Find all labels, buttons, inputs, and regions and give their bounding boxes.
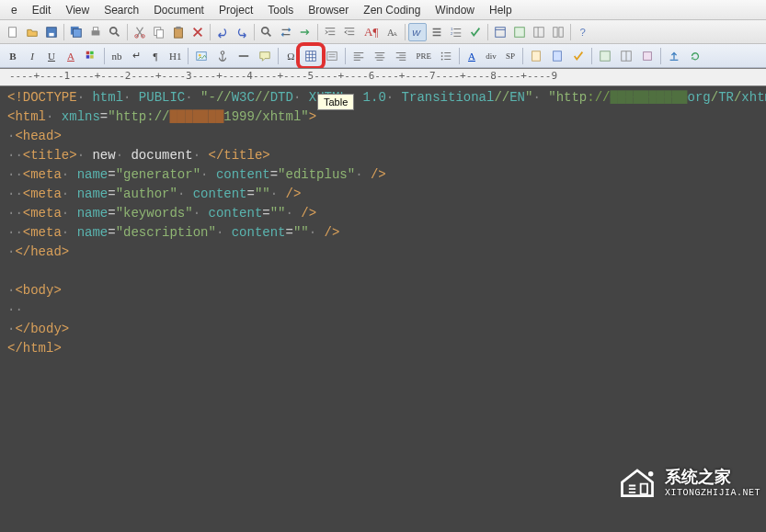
panel-icon[interactable] bbox=[530, 23, 548, 41]
anchor-icon[interactable] bbox=[212, 47, 233, 65]
css-icon[interactable] bbox=[547, 47, 567, 65]
span-button[interactable]: SP bbox=[501, 47, 520, 65]
table-button[interactable] bbox=[301, 47, 321, 65]
goto-icon[interactable] bbox=[296, 23, 314, 41]
watermark-logo-icon bbox=[586, 441, 657, 526]
svg-text:W: W bbox=[412, 27, 421, 37]
menu-project[interactable]: Project bbox=[212, 2, 260, 18]
div-button[interactable]: div bbox=[482, 47, 500, 65]
help-icon[interactable]: ? bbox=[574, 23, 592, 41]
font-color-button[interactable]: A bbox=[62, 47, 80, 65]
svg-point-46 bbox=[441, 55, 443, 57]
window-icon[interactable] bbox=[491, 23, 509, 41]
menu-help[interactable]: Help bbox=[482, 2, 520, 18]
font-size-icon[interactable]: A¶ bbox=[360, 23, 383, 41]
hr-icon[interactable] bbox=[234, 47, 254, 65]
indent-icon[interactable] bbox=[321, 23, 339, 41]
menu-view[interactable]: View bbox=[58, 2, 97, 18]
toolbar-separator bbox=[570, 24, 571, 40]
script-icon[interactable] bbox=[526, 47, 546, 65]
find-icon[interactable] bbox=[257, 23, 276, 41]
bold-button[interactable]: B bbox=[4, 47, 22, 65]
code-token: = bbox=[100, 109, 108, 124]
underline-button[interactable]: U bbox=[42, 47, 61, 65]
pre-button[interactable]: PRE bbox=[412, 47, 435, 65]
code-token: 1.0 bbox=[355, 90, 386, 105]
svg-point-7 bbox=[110, 27, 117, 33]
wordwrap-icon[interactable]: W bbox=[408, 23, 427, 41]
menu-search[interactable]: Search bbox=[97, 2, 146, 18]
undo-icon[interactable] bbox=[213, 23, 232, 41]
menu-file[interactable]: e bbox=[4, 2, 25, 18]
watermark-url: XITONGZHIJIA.NET bbox=[665, 488, 760, 498]
list-html-icon[interactable] bbox=[436, 47, 456, 65]
redo-icon[interactable] bbox=[233, 23, 251, 41]
menu-window[interactable]: Window bbox=[428, 2, 482, 18]
list-icon[interactable] bbox=[428, 23, 446, 41]
saveall-icon[interactable] bbox=[67, 23, 86, 41]
code-token: = bbox=[108, 206, 115, 221]
code-token: <meta bbox=[23, 167, 62, 182]
new-icon[interactable] bbox=[4, 23, 22, 41]
code-token: / bbox=[711, 90, 718, 105]
cut-icon[interactable] bbox=[131, 23, 149, 41]
paste-icon[interactable] bbox=[169, 23, 188, 41]
copy-icon[interactable] bbox=[150, 23, 168, 41]
svg-point-45 bbox=[441, 51, 443, 53]
char-icon[interactable]: Ω bbox=[281, 47, 300, 65]
check-icon[interactable] bbox=[466, 23, 485, 41]
align-right-icon[interactable] bbox=[391, 47, 411, 65]
menu-browser[interactable]: Browser bbox=[301, 2, 356, 18]
code-token: EN bbox=[509, 90, 525, 105]
validate-icon[interactable] bbox=[568, 47, 589, 65]
print-icon[interactable] bbox=[86, 23, 105, 41]
menu-zen-coding[interactable]: Zen Coding bbox=[356, 2, 428, 18]
italic-button[interactable]: I bbox=[23, 47, 41, 65]
code-token: = bbox=[108, 167, 115, 182]
link-button[interactable]: A bbox=[463, 47, 481, 65]
columns-icon[interactable] bbox=[549, 23, 567, 41]
toolbar-separator bbox=[522, 48, 523, 64]
image-icon[interactable] bbox=[191, 47, 212, 65]
menu-tools[interactable]: Tools bbox=[260, 2, 301, 18]
code-token: = bbox=[108, 187, 115, 201]
code-token: /> bbox=[278, 187, 301, 201]
template-icon[interactable] bbox=[595, 47, 615, 65]
palette-icon[interactable] bbox=[81, 47, 101, 65]
delete-icon[interactable] bbox=[189, 23, 207, 41]
numlist-icon[interactable]: 12 bbox=[447, 23, 465, 41]
toolbar-separator bbox=[188, 48, 189, 64]
svg-rect-2 bbox=[49, 32, 53, 36]
font-icon[interactable]: AA bbox=[383, 23, 402, 41]
object-icon[interactable] bbox=[637, 47, 657, 65]
code-editor[interactable]: <!DOCTYPE· html· PUBLIC· "-//W3C//DTD· X… bbox=[0, 86, 766, 532]
code-token: 1999/xhtml" bbox=[223, 109, 308, 124]
code-token: "-// bbox=[193, 90, 232, 105]
browser-icon[interactable] bbox=[510, 23, 529, 41]
form-icon[interactable] bbox=[322, 47, 342, 65]
paragraph-icon[interactable]: ¶ bbox=[146, 47, 165, 65]
outdent-icon[interactable] bbox=[340, 23, 359, 41]
heading-button[interactable]: H1 bbox=[166, 47, 185, 65]
align-left-icon[interactable] bbox=[349, 47, 369, 65]
open-icon[interactable] bbox=[23, 23, 41, 41]
align-center-icon[interactable] bbox=[370, 47, 390, 65]
upload-icon[interactable] bbox=[664, 47, 684, 65]
break-icon[interactable]: ↵ bbox=[127, 47, 145, 65]
svg-point-47 bbox=[441, 58, 443, 60]
save-icon[interactable] bbox=[42, 23, 61, 41]
comment-icon[interactable] bbox=[255, 47, 275, 65]
refresh-icon[interactable] bbox=[685, 47, 705, 65]
nbsp-button[interactable]: nb bbox=[108, 47, 126, 65]
code-token: = bbox=[262, 206, 269, 221]
svg-point-35 bbox=[199, 53, 201, 56]
toolbar-separator bbox=[127, 24, 128, 40]
preview-icon[interactable] bbox=[106, 23, 124, 41]
frame-icon[interactable] bbox=[616, 47, 636, 65]
svg-rect-50 bbox=[600, 51, 611, 61]
svg-rect-14 bbox=[176, 26, 180, 28]
menu-document[interactable]: Document bbox=[146, 2, 212, 18]
menu-edit[interactable]: Edit bbox=[25, 2, 59, 18]
code-token: /> bbox=[293, 206, 316, 221]
replace-icon[interactable] bbox=[277, 23, 295, 41]
